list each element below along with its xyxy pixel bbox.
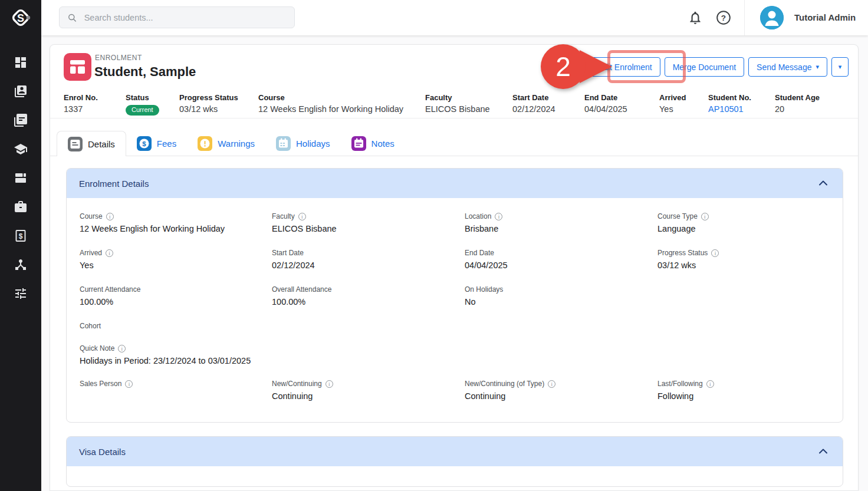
tab-holidays[interactable]: Holidays xyxy=(265,131,341,156)
info-icon[interactable]: i xyxy=(706,380,714,388)
svg-text:$: $ xyxy=(19,232,23,240)
user-name[interactable]: Tutorial Admin xyxy=(794,0,856,35)
tab-label: Warnings xyxy=(218,139,255,149)
page-title: Student, Sample xyxy=(94,64,196,80)
calendar-icon xyxy=(276,136,291,151)
id-card-icon[interactable] xyxy=(14,84,28,98)
search-box[interactable] xyxy=(59,6,295,28)
dashboard-grid-icon[interactable] xyxy=(14,55,28,70)
app-logo[interactable]: S xyxy=(0,0,41,35)
enrolment-icon xyxy=(64,53,91,81)
tab-label: Notes xyxy=(371,139,394,149)
search-input[interactable] xyxy=(83,12,287,23)
field-new-continuing-of-type: New/Continuing (of Type)i Continuing xyxy=(465,380,657,416)
caret-down-icon: ▾ xyxy=(839,63,842,71)
network-nodes-icon[interactable] xyxy=(14,258,28,272)
send-message-button[interactable]: Send Message ▾ xyxy=(748,57,827,77)
svg-text:S: S xyxy=(17,12,24,24)
tab-notes[interactable]: Notes xyxy=(341,131,405,156)
summary-student-age: Student Age 20 xyxy=(775,90,820,118)
avatar[interactable] xyxy=(760,6,784,29)
student-no-link[interactable]: AP10501 xyxy=(708,104,775,114)
info-icon[interactable]: i xyxy=(106,213,114,220)
stacked-pages-icon[interactable] xyxy=(14,113,28,127)
graduation-cap-icon[interactable] xyxy=(14,142,28,156)
tab-warnings[interactable]: Warnings xyxy=(187,131,265,156)
field-spacer xyxy=(465,322,657,344)
summary-enrol-no: Enrol No. 1337 xyxy=(64,90,126,118)
invoice-dollar-icon[interactable]: $ xyxy=(14,229,28,243)
svg-text:?: ? xyxy=(721,14,726,22)
chevron-up-icon[interactable] xyxy=(816,176,830,190)
send-message-label: Send Message xyxy=(757,62,811,72)
chevron-up-icon[interactable] xyxy=(816,444,830,459)
summary-faculty: Faculty ELICOS Bisbane xyxy=(425,90,512,118)
visa-details-panel: Visa Details xyxy=(66,436,843,487)
tutorial-step-arrow: 2 xyxy=(534,42,616,92)
help-icon[interactable]: ? xyxy=(716,10,731,25)
field-start-date: Start Date 02/12/2024 xyxy=(272,249,465,285)
field-new-continuing: New/Continuingi Continuing xyxy=(272,380,465,416)
info-icon[interactable]: i xyxy=(711,249,719,257)
card-header: ENROLMENT Student, Sample Edit Enrolment… xyxy=(50,45,858,90)
summary-course: Course 12 Weeks English for Working Holi… xyxy=(258,90,425,118)
sidebar: S $ xyxy=(0,0,41,491)
info-icon[interactable]: i xyxy=(701,213,709,220)
caret-down-icon: ▾ xyxy=(816,63,819,71)
tabs: Details $ Fees Warnings Holidays Notes xyxy=(57,131,405,156)
entity-type-label: ENROLMENT xyxy=(95,54,142,62)
field-spacer xyxy=(272,322,465,344)
summary-status: Status Current xyxy=(126,90,179,118)
sliders-icon[interactable] xyxy=(14,286,28,301)
tab-label: Holidays xyxy=(296,139,330,149)
field-location: Locationi Brisbane xyxy=(465,212,657,249)
svg-text:$: $ xyxy=(142,140,146,147)
info-icon[interactable]: i xyxy=(548,380,555,388)
info-icon[interactable]: i xyxy=(125,380,133,388)
field-sales-person: Sales Personi xyxy=(80,380,272,416)
field-arrived: Arrivedi Yes xyxy=(80,249,272,285)
summary-start-date: Start Date 02/12/2024 xyxy=(512,90,584,118)
info-icon[interactable]: i xyxy=(118,345,126,352)
merge-document-button[interactable]: Merge Document xyxy=(665,57,744,77)
field-current-attendance: Current Attendance 100.00% xyxy=(80,285,272,322)
info-icon[interactable]: i xyxy=(326,380,333,388)
field-quick-note: Quick Notei Holidays in Period: 23/12/20… xyxy=(80,344,830,380)
field-cohort: Cohort xyxy=(80,322,272,344)
summary-progress-status: Progress Status 03/12 wks xyxy=(179,90,258,118)
info-icon[interactable]: i xyxy=(106,249,113,257)
topbar-divider xyxy=(744,0,745,35)
enrolment-card: ENROLMENT Student, Sample Edit Enrolment… xyxy=(50,44,859,491)
panel-title: Enrolment Details xyxy=(79,179,149,189)
status-badge: Current xyxy=(126,105,159,116)
bell-icon[interactable] xyxy=(688,10,703,25)
field-faculty: Facultyi ELICOS Bisbane xyxy=(272,212,465,249)
logo-icon: S xyxy=(9,6,32,29)
topbar: ? Tutorial Admin xyxy=(41,0,868,35)
tab-fees[interactable]: $ Fees xyxy=(126,131,187,156)
enrolment-details-header[interactable]: Enrolment Details xyxy=(67,169,843,198)
tab-details[interactable]: Details xyxy=(57,131,126,156)
layout-panels-icon[interactable] xyxy=(14,171,28,185)
exclamation-icon xyxy=(198,136,212,151)
enrolment-summary: Enrol No. 1337 Status Current Progress S… xyxy=(50,90,858,118)
field-spacer xyxy=(657,322,830,344)
briefcase-icon[interactable] xyxy=(14,200,28,214)
panel-title: Visa Details xyxy=(79,447,126,457)
field-course-type: Course Typei Language xyxy=(657,212,830,249)
summary-arrived: Arrived Yes xyxy=(659,90,708,118)
field-end-date: End Date 04/04/2025 xyxy=(465,249,657,285)
field-course: Coursei 12 Weeks English for Working Hol… xyxy=(80,212,272,249)
tab-label: Fees xyxy=(157,139,176,149)
field-on-holidays: On Holidays No xyxy=(465,285,657,322)
tab-label: Details xyxy=(88,139,115,149)
more-actions-button[interactable]: ▾ xyxy=(831,57,849,77)
summary-student-no: Student No. AP10501 xyxy=(708,90,775,118)
info-icon[interactable]: i xyxy=(495,213,502,220)
dollar-icon: $ xyxy=(137,136,152,151)
document-icon xyxy=(68,137,83,151)
field-overall-attendance: Overall Attendance 100.00% xyxy=(272,285,465,322)
field-last-following: Last/Followingi Following xyxy=(657,380,830,416)
info-icon[interactable]: i xyxy=(298,213,306,220)
visa-details-header[interactable]: Visa Details xyxy=(67,437,843,466)
